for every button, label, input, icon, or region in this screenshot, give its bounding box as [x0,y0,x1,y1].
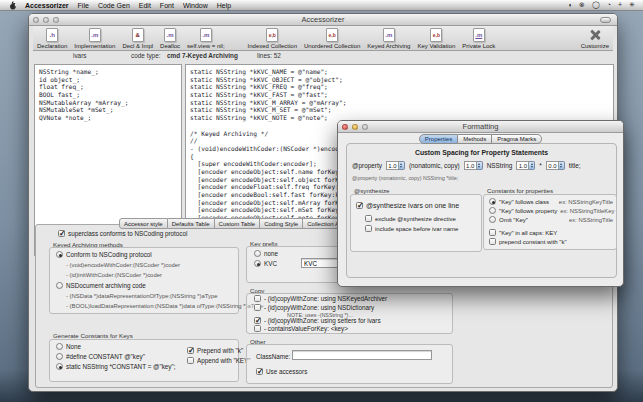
radio[interactable] [489,216,496,223]
nsdocument-archiving-radio[interactable]: NSDocument archiving code [56,282,146,289]
menu-item-app[interactable]: Accessorizer [25,2,69,9]
radio[interactable] [56,251,63,258]
tab-properties[interactable]: Properties [419,134,458,144]
tab-pragma-marks[interactable]: Pragma Marks [492,134,542,144]
toolbar-item-private-lock[interactable]: .m Private Lock [462,28,495,49]
omit-key-radio[interactable]: Omit "Key" ex: NSStringTitle [489,216,613,223]
radio[interactable] [56,363,63,370]
include-space-checkbox[interactable]: include space before ivar name [365,225,458,232]
checkbox[interactable] [254,304,261,311]
menu-item-help[interactable]: Help [217,2,231,9]
classname-input[interactable] [292,350,432,360]
toolbar-toggle-button[interactable] [600,17,611,23]
tab-coding-style[interactable]: Coding Style [260,218,303,229]
radio[interactable] [254,260,261,267]
code-line: NSMutableArray *mArray_; [39,99,181,107]
stepper-arrows-icon[interactable] [399,161,405,170]
checkbox-label: - (id)copyWithZone: using NSKeyedArchive… [264,295,387,302]
radio[interactable] [56,353,63,360]
spacing-stepper-1[interactable]: 1.0 [386,161,405,170]
menu-item-codegen[interactable]: Code Gen [98,2,130,9]
airport-icon[interactable]: ✳ [629,1,635,9]
volume-icon[interactable]: ◖ [568,1,572,9]
radio[interactable] [489,198,496,205]
spotlight-icon[interactable]: + [618,1,622,9]
toolbar-item-implementation[interactable]: .m Implementation [74,28,115,49]
stepper-arrows-icon[interactable] [529,161,535,170]
checkbox[interactable] [187,357,194,364]
radio[interactable] [56,343,63,350]
append-key-checkbox[interactable]: Append with "KEY" [187,357,250,364]
code-line: static NSString *kKVC_M_ARRAY = @"mArray… [190,99,613,107]
copy-setters-checkbox[interactable]: - (id)copyWithZone: using setters for iv… [254,317,381,324]
stepper-arrows-icon[interactable] [559,161,565,170]
checkbox[interactable] [489,238,496,245]
main-window-titlebar[interactable]: Accessorizer [29,14,617,26]
key-all-caps-checkbox[interactable]: "Key" in all caps: KEY [489,229,557,236]
toolbar-item-label: Indexed Collection [248,43,297,49]
conform-nscoding-radio[interactable]: Conform to NSCoding protocol [56,251,152,258]
example-label: ex: NSStringTitleKey [560,208,614,214]
constants-define-radio[interactable]: #define CONSTANT @"key" [56,353,145,360]
menu-item-file[interactable]: File [78,2,89,9]
prepend-k-checkbox[interactable]: Prepend with "k" [187,347,243,354]
menu-item-window[interactable]: Window [183,2,208,9]
key-prefix-kvc-radio[interactable]: KVC [254,260,277,267]
key-follows-class-radio[interactable]: "Key" follows class ex: NSStringKeyTitle [489,198,613,205]
toolbar-item-self-view-nil[interactable]: .m self.view = nil; [187,28,225,49]
radio[interactable] [254,250,261,257]
toolbar-item-key-validation[interactable]: e,b Key Validation [417,28,455,49]
key-prefix-none-radio[interactable]: none [254,250,278,257]
toolbar-item-customize[interactable]: Customize [581,28,609,49]
toolbar-item-decl-and-impl[interactable]: & Decl & Impl [122,28,153,49]
checkbox[interactable] [58,230,65,237]
checkbox[interactable] [356,202,363,209]
superclass-nscoding-checkbox[interactable]: superclass conforms to NSCoding protocol [58,230,187,237]
exclude-synthesize-checkbox[interactable]: exclude @synthesize directive [365,215,456,222]
bluetooth-icon[interactable]: ⊗ [579,1,585,9]
toolbar-item-unordered-collection[interactable]: e,b Unordered Collection [304,28,360,49]
display-icon[interactable]: ◯ [592,1,600,9]
tab-defaults-table[interactable]: Defaults Table [168,218,215,229]
spacing-stepper-3[interactable]: 1.0 [516,161,535,170]
toolbar-item-dealloc[interactable]: .m Dealloc [160,28,180,49]
menu-item-edit[interactable]: Edit [139,2,151,9]
toolbar-item-indexed-collection[interactable]: e,b Indexed Collection [248,28,297,49]
spacing-stepper-2[interactable]: 1.0 [464,161,483,170]
prepend-constant-k-checkbox[interactable]: prepend constant with "k" [489,238,567,245]
time-machine-icon[interactable]: ◔ [607,1,611,9]
code-line: NSString *name_; [39,68,181,76]
contains-value-checkbox[interactable]: - containsValueForKey: <key> [254,325,348,332]
classname-label: ClassName: [256,353,290,360]
apple-menu[interactable] [8,1,16,10]
formatting-window-titlebar[interactable]: Formatting [338,121,623,133]
constants-none-radio[interactable]: None [56,343,81,350]
checkbox[interactable] [254,295,261,302]
checkbox[interactable] [365,225,372,232]
use-accessors-checkbox[interactable]: Use accessors [256,368,307,375]
checkbox[interactable] [489,229,496,236]
checkbox[interactable] [365,215,372,222]
copy-keyedarchiver-checkbox[interactable]: - (id)copyWithZone: using NSKeyedArchive… [254,295,387,302]
tab-accessor-style[interactable]: Accessor style [119,218,168,229]
property-preview: @property (nonatomic, copy) NSString *ti… [352,175,458,181]
radio-label: Omit "Key" [499,217,528,223]
constants-static-radio[interactable]: static NSString *CONSTANT = @"key"; [56,363,175,370]
toolbar-item-declaration[interactable]: .h Declaration [37,28,67,49]
menu-item-font[interactable]: Font [160,2,174,9]
tab-custom-table[interactable]: Custom Table [215,218,261,229]
checkbox[interactable] [254,317,261,324]
method-signature: - (NSData *)dataRepresentationOfType:(NS… [66,293,218,299]
synthesize-one-line-checkbox[interactable]: @synthesize ivars on one line [356,202,459,209]
toolbar-item-keyed-archiving[interactable]: .m Keyed Archiving [367,28,410,49]
stepper-arrows-icon[interactable] [477,161,483,170]
checkbox[interactable] [187,347,194,354]
key-follows-property-radio[interactable]: "Key" follows property ex: NSStringTitle… [489,207,613,214]
radio[interactable] [489,207,496,214]
spacing-stepper-4[interactable]: 0.0 [546,161,565,170]
copy-nsdictionary-checkbox[interactable]: - (id)copyWithZone: using NSDictionary [254,304,374,311]
radio[interactable] [56,282,63,289]
checkbox[interactable] [256,368,263,375]
tab-methods[interactable]: Methods [458,134,492,144]
checkbox[interactable] [254,325,261,332]
